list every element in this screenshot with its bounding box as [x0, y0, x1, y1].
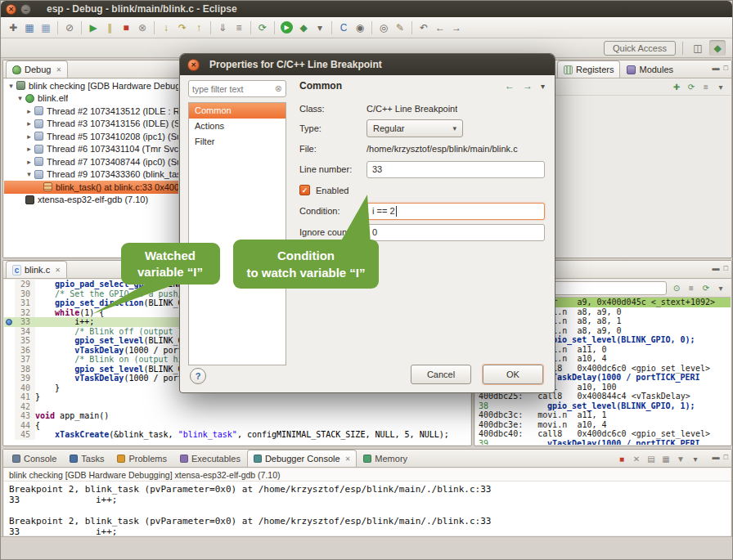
tab-problems[interactable]: Problems — [110, 450, 173, 467]
cancel-button[interactable]: Cancel — [411, 365, 471, 384]
debug-tree-item[interactable]: ▾blink.elf — [4, 92, 178, 105]
filter-input[interactable] — [192, 84, 272, 94]
console-menu-icon[interactable]: ▾ — [689, 452, 702, 465]
expander-icon[interactable]: ▸ — [25, 119, 34, 128]
instruction-stepping-icon[interactable]: ≡ — [231, 20, 247, 36]
forward-icon[interactable]: → — [523, 80, 533, 92]
remove-all-launches-icon[interactable]: ▤ — [645, 452, 658, 465]
resume-icon[interactable]: ▶ — [85, 20, 101, 36]
ok-button[interactable]: OK — [483, 365, 543, 384]
help-button[interactable]: ? — [190, 368, 206, 384]
last-edit-location-icon[interactable]: ↶ — [416, 20, 432, 36]
expander-icon[interactable]: ▾ — [25, 170, 34, 178]
line-number-input[interactable] — [366, 161, 545, 178]
open-perspective-icon[interactable]: ◫ — [690, 40, 706, 56]
new-c-project-icon[interactable]: C — [335, 20, 352, 36]
code-line[interactable]: 43void app_main() — [4, 411, 470, 421]
tab-tasks[interactable]: Tasks — [63, 450, 110, 467]
disconnect-icon[interactable]: ⊗ — [134, 20, 151, 36]
tab-modules[interactable]: Modules — [620, 60, 680, 78]
ignore-count-input[interactable] — [366, 224, 545, 241]
dialog-close-button[interactable]: ✕ — [187, 59, 200, 71]
view-menu-icon[interactable]: ▾ — [714, 81, 727, 94]
code-line[interactable]: 45 xTaskCreate(&blink_task, "blink_task"… — [4, 430, 470, 440]
code-line[interactable]: 44{ — [4, 421, 470, 431]
expander-icon[interactable]: ▾ — [16, 94, 25, 102]
run-icon[interactable]: ▶ — [281, 21, 293, 34]
tab-console[interactable]: Console — [6, 450, 63, 467]
expander-icon[interactable]: ▸ — [25, 145, 34, 153]
dialog-nav-item-filter[interactable]: Filter — [189, 134, 286, 150]
terminate-console-icon[interactable]: ■ — [615, 452, 628, 465]
new-wizard-icon[interactable]: ✚ — [5, 20, 21, 36]
tab-executables[interactable]: Executables — [173, 450, 247, 467]
tab-debugger-console[interactable]: Debugger Console✕ — [247, 450, 357, 467]
expander-icon[interactable]: ▸ — [25, 107, 34, 115]
debug-icon[interactable]: ◆ — [295, 20, 312, 36]
enabled-checkbox[interactable]: ✓ — [299, 185, 310, 195]
minimize-icon[interactable]: ▬ — [713, 453, 720, 461]
disassembly-line[interactable]: 400dbc40: call8 0x400dc6c0 <gpio_set_lev… — [475, 429, 731, 439]
back-icon[interactable]: ← — [432, 20, 448, 36]
expander-icon[interactable]: ▾ — [7, 82, 16, 90]
debug-tree-item[interactable]: ▾blink checking [GDB Hardware Debugging] — [4, 79, 178, 92]
step-return-icon[interactable]: ↑ — [191, 20, 207, 36]
remove-launch-icon[interactable]: ✕ — [630, 452, 643, 465]
console-output[interactable]: Breakpoint 2, blink_task (pvParameter=0x… — [4, 482, 731, 535]
close-tab-icon[interactable]: ✕ — [56, 66, 61, 74]
terminate-icon[interactable]: ■ — [118, 20, 134, 36]
tab-debug[interactable]: Debug ✕ — [6, 60, 68, 78]
debug-tree-item[interactable]: ▸Thread #6 1073431104 (Tmr Svc) (Suspend… — [4, 143, 178, 156]
skip-all-breakpoints-icon[interactable]: ⊘ — [61, 20, 78, 36]
refresh-icon[interactable]: ⟳ — [254, 20, 271, 36]
open-element-icon[interactable]: ◎ — [375, 20, 392, 36]
dialog-nav-item-common[interactable]: Common — [189, 103, 286, 119]
dialog-nav-item-actions[interactable]: Actions — [189, 119, 286, 134]
code-line[interactable]: 42 — [4, 402, 470, 412]
refresh-disassembly-icon[interactable]: ⟳ — [699, 282, 713, 295]
search-icon[interactable]: ◉ — [352, 20, 368, 36]
save-icon[interactable]: ▦ — [21, 20, 38, 36]
run-history-menu-icon[interactable]: ▾ — [312, 20, 328, 36]
save-all-icon[interactable]: ▦ — [38, 20, 54, 36]
tab-registers[interactable]: Registers — [557, 60, 620, 78]
breakpoint-marker[interactable] — [4, 317, 15, 327]
minimize-icon[interactable]: ▬ — [713, 64, 720, 72]
maximize-icon[interactable]: □ — [724, 453, 728, 461]
quick-access-button[interactable]: Quick Access — [604, 41, 676, 56]
collapse-all-icon[interactable]: ≡ — [699, 81, 713, 94]
sync-with-pc-icon[interactable]: ⊙ — [670, 282, 683, 295]
step-over-icon[interactable]: ↷ — [174, 20, 191, 36]
disassembly-line[interactable]: 39vTaskDelay(1000 / portTICK_PERI — [475, 439, 731, 446]
expander-icon[interactable]: ▸ — [25, 132, 34, 141]
add-register-group-icon[interactable]: ✚ — [670, 81, 683, 94]
debug-tree-item[interactable]: ▸Thread #5 1073410208 (ipc1) (Suspended) — [4, 130, 178, 143]
debug-tree-item[interactable]: ▸Thread #7 1073408744 (ipc0) (Suspended) — [4, 155, 178, 168]
disassembly-line[interactable]: 400dbc3c: movi.n a11, 1 — [475, 410, 731, 420]
close-tab-icon[interactable]: ✕ — [55, 267, 61, 274]
forward-icon[interactable]: → — [448, 20, 465, 36]
view-menu-icon[interactable]: ▾ — [714, 282, 727, 295]
debug-tree-item[interactable]: ▸Thread #3 1073413156 (IDLE) (Suspended) — [4, 118, 178, 131]
maximize-icon[interactable]: □ — [724, 264, 728, 272]
view-menu-icon[interactable]: ▾ — [541, 82, 545, 91]
window-close-button[interactable]: ✕ — [6, 4, 16, 15]
clear-filter-icon[interactable]: ⊗ — [275, 83, 282, 94]
minimize-icon[interactable]: ▬ — [713, 264, 720, 272]
condition-input[interactable]: i == 2 — [366, 203, 545, 220]
tab-blink-c[interactable]: c blink.c ✕ — [6, 261, 67, 278]
disassembly-line[interactable]: 38gpio_set_level(BLINK_GPIO, 1); — [475, 401, 731, 411]
type-select[interactable]: Regular ▾ — [366, 119, 463, 137]
debug-tree-item[interactable]: blink_task() at blink.c:33 0x400dbc12 — [4, 181, 178, 194]
expander-icon[interactable]: ▸ — [25, 158, 34, 166]
mark-occurrences-icon[interactable]: ✎ — [392, 20, 408, 36]
refresh-registers-icon[interactable]: ⟳ — [685, 81, 698, 94]
debug-tree-item[interactable]: xtensa-esp32-elf-gdb (7.10) — [4, 194, 178, 207]
step-into-icon[interactable]: ↓ — [158, 20, 174, 36]
disassembly-line[interactable]: 400dbc3e: movi.n a10, 4 — [475, 420, 731, 430]
show-source-icon[interactable]: ≡ — [685, 282, 698, 295]
back-icon[interactable]: ← — [505, 80, 515, 92]
drop-to-frame-icon[interactable]: ⇓ — [214, 20, 231, 36]
clear-console-icon[interactable]: ▦ — [659, 452, 672, 465]
tab-memory[interactable]: Memory — [357, 450, 414, 467]
